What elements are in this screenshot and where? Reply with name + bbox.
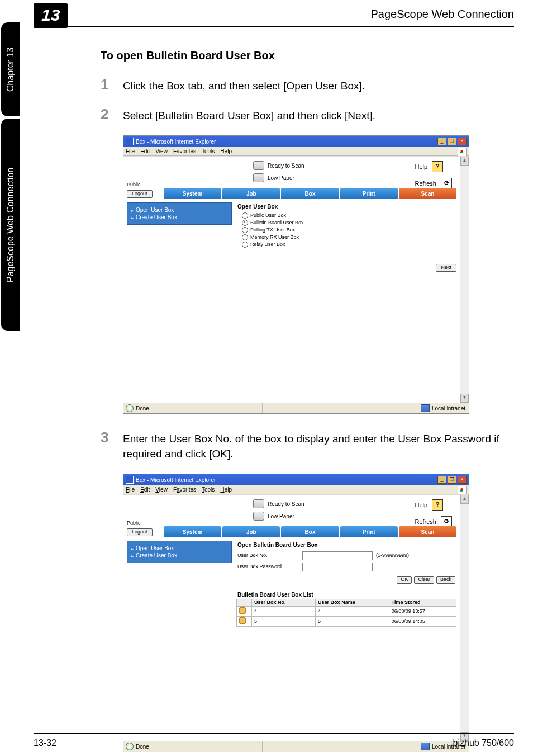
table-row[interactable]: 4 4 06/03/09 13:57 bbox=[237, 607, 456, 617]
window-close-button[interactable]: × bbox=[458, 476, 467, 484]
zone-indicator: Local intranet bbox=[421, 404, 465, 412]
tab-system[interactable]: System bbox=[164, 526, 221, 537]
menu-edit[interactable]: Edit bbox=[140, 486, 150, 493]
radio-bulletin[interactable] bbox=[242, 220, 248, 226]
zone-icon bbox=[421, 743, 430, 750]
step-3: 3 Enter the User Box No. of the box to d… bbox=[101, 429, 505, 461]
help-link[interactable]: Help bbox=[415, 502, 427, 508]
status-icon-lowpaper bbox=[253, 173, 264, 182]
userboxno-input[interactable] bbox=[302, 551, 373, 560]
side-tabs: Chapter 13 PageScope Web Connection bbox=[1, 22, 27, 333]
menu-tools[interactable]: Tools bbox=[202, 148, 215, 154]
menubar: File Edit View Favorites Tools Help bbox=[123, 485, 469, 494]
menu-help[interactable]: Help bbox=[220, 148, 232, 154]
window-restore-button[interactable]: ❐ bbox=[448, 138, 456, 145]
menu-view[interactable]: View bbox=[155, 148, 168, 154]
cell-time: 06/03/09 14:05 bbox=[389, 617, 456, 627]
scroll-up-button[interactable]: ▲ bbox=[460, 495, 469, 504]
window-minimize-button[interactable]: _ bbox=[437, 476, 446, 484]
back-button[interactable]: Back bbox=[436, 576, 455, 584]
radio-relay[interactable] bbox=[242, 242, 248, 248]
tab-job[interactable]: Job bbox=[222, 526, 280, 537]
window-minimize-button[interactable]: _ bbox=[437, 138, 446, 145]
opt-memory[interactable]: Memory RX User Box bbox=[236, 234, 456, 241]
vertical-scrollbar[interactable]: ▲ ▼ bbox=[460, 495, 469, 741]
zone-icon bbox=[421, 404, 430, 412]
ie-icon bbox=[126, 476, 134, 484]
menu-favorites[interactable]: Favorites bbox=[173, 148, 196, 154]
opt-polling[interactable]: Polling TX User Box bbox=[236, 226, 456, 234]
top-links: Help ? Refresh ⟳ bbox=[415, 499, 452, 527]
window-close-button[interactable]: × bbox=[458, 138, 467, 145]
status-bar: Done Local intranet bbox=[123, 741, 469, 752]
tab-scan[interactable]: Scan bbox=[399, 188, 456, 199]
help-link[interactable]: Help bbox=[415, 163, 427, 170]
menu-edit[interactable]: Edit bbox=[140, 148, 150, 154]
opt-relay[interactable]: Relay User Box bbox=[236, 241, 456, 248]
scroll-down-button[interactable]: ▼ bbox=[460, 394, 469, 403]
cell-name: 4 bbox=[316, 607, 389, 617]
opt-bulletin-label: Bulletin Board User Box bbox=[250, 220, 304, 226]
zone-text: Local intranet bbox=[432, 405, 465, 412]
opt-relay-label: Relay User Box bbox=[250, 242, 285, 248]
next-button[interactable]: Next bbox=[436, 264, 456, 272]
status-done: Done bbox=[136, 744, 149, 750]
refresh-icon[interactable]: ⟳ bbox=[441, 178, 452, 189]
tab-print[interactable]: Print bbox=[340, 526, 398, 537]
opt-polling-label: Polling TX User Box bbox=[250, 228, 295, 233]
menu-help[interactable]: Help bbox=[220, 486, 232, 493]
status-ready: Ready to Scan bbox=[268, 501, 304, 507]
scroll-up-button[interactable]: ▲ bbox=[460, 157, 469, 166]
logout-button[interactable]: Logout bbox=[127, 190, 153, 198]
vertical-scrollbar[interactable]: ▲ ▼ bbox=[460, 157, 469, 403]
menubar: File Edit View Favorites Tools Help bbox=[123, 147, 469, 156]
step-text-2: Select [Bulletin Board User Box] and the… bbox=[123, 106, 375, 124]
tab-system[interactable]: System bbox=[164, 188, 221, 199]
radio-public[interactable] bbox=[242, 212, 248, 219]
cell-time: 06/03/09 13:57 bbox=[389, 607, 456, 617]
opt-public[interactable]: Public User Box bbox=[236, 212, 456, 219]
main-nav: System Job Box Print Scan bbox=[164, 188, 456, 199]
radio-memory[interactable] bbox=[242, 234, 248, 240]
refresh-link[interactable]: Refresh bbox=[415, 180, 436, 187]
tab-scan[interactable]: Scan bbox=[399, 526, 456, 537]
tab-box[interactable]: Box bbox=[281, 188, 339, 199]
menu-tools[interactable]: Tools bbox=[202, 486, 215, 493]
tab-job[interactable]: Job bbox=[222, 188, 280, 199]
status-bar: Done Local intranet bbox=[123, 403, 469, 413]
col-userboxno: User Box No. bbox=[252, 599, 316, 607]
lp-create-user-box[interactable]: Create User Box bbox=[131, 552, 228, 559]
userboxpw-input[interactable] bbox=[302, 563, 373, 571]
ok-button[interactable]: OK bbox=[397, 576, 412, 584]
panel-heading: Open Bulletin Board User Box bbox=[236, 541, 456, 550]
refresh-icon[interactable]: ⟳ bbox=[441, 516, 452, 527]
menu-file[interactable]: File bbox=[126, 148, 135, 154]
list-heading: Bulletin Board User Box List bbox=[236, 592, 456, 598]
screenshot-1: Box - Microsoft Internet Explorer _ ❐ × … bbox=[123, 135, 469, 414]
menu-file[interactable]: File bbox=[126, 486, 135, 493]
radio-polling[interactable] bbox=[242, 227, 248, 233]
logout-button[interactable]: Logout bbox=[127, 528, 153, 536]
opt-bulletin[interactable]: Bulletin Board User Box bbox=[236, 219, 456, 226]
clear-button[interactable]: Clear bbox=[414, 576, 434, 584]
help-icon[interactable]: ? bbox=[432, 161, 443, 172]
window-restore-button[interactable]: ❐ bbox=[448, 476, 456, 484]
tab-box[interactable]: Box bbox=[281, 526, 339, 537]
browser-body: ▲ ▼ Ready to Scan Low Paper Help ? Refre… bbox=[123, 494, 469, 741]
help-icon[interactable]: ? bbox=[432, 499, 443, 511]
lock-icon bbox=[239, 607, 246, 614]
menu-view[interactable]: View bbox=[155, 486, 168, 493]
refresh-link[interactable]: Refresh bbox=[415, 518, 436, 525]
side-tab-chapter: Chapter 13 bbox=[1, 22, 20, 116]
table-row[interactable]: 5 5 06/03/09 14:05 bbox=[237, 617, 456, 627]
step-num-3: 3 bbox=[101, 429, 123, 446]
lp-open-user-box[interactable]: Open User Box bbox=[131, 545, 228, 552]
col-timestored: Time Stored bbox=[389, 599, 456, 607]
tab-print[interactable]: Print bbox=[340, 188, 398, 199]
ie-flag-icon bbox=[458, 148, 467, 157]
lp-open-user-box[interactable]: Open User Box bbox=[131, 206, 228, 214]
device-status-block: Ready to Scan Low Paper bbox=[253, 499, 304, 521]
menu-favorites[interactable]: Favorites bbox=[173, 486, 196, 493]
lp-create-user-box[interactable]: Create User Box bbox=[131, 214, 228, 221]
window-title: Box - Microsoft Internet Explorer bbox=[136, 477, 216, 483]
